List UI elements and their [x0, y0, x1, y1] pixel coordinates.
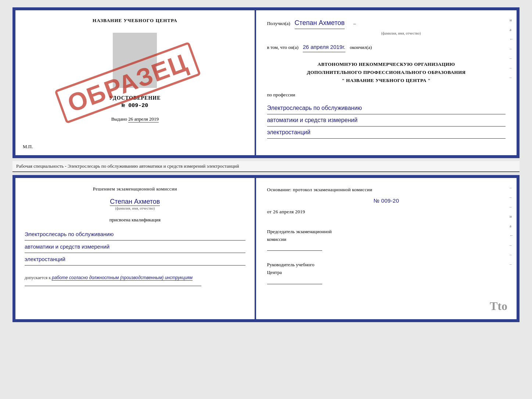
profession-line2: автоматики и средств измерений	[267, 114, 506, 127]
bottom-diploma-spread: Решением экзаменационной комиссии Степан…	[12, 175, 520, 322]
ot-label: от	[267, 207, 272, 216]
ot-date-block: от 26 апреля 2019	[267, 207, 506, 216]
vydano-label: Выдано	[111, 116, 127, 122]
ot-date: 26 апреля 2019	[273, 207, 305, 216]
fio-label-top: (фамилия, имя, отчество)	[296, 31, 506, 35]
org-block: АВТОНОМНУЮ НЕКОММЕРЧЕСКУЮ ОРГАНИЗАЦИЮ ДО…	[267, 60, 506, 85]
poluchil-label: Получил(а)	[267, 20, 290, 28]
dash-after-name: –	[353, 20, 356, 28]
vtomchto-row: в том, что он(а) 26 апреля 2019г. окончи…	[267, 43, 506, 52]
profession-line3: электростанций	[267, 127, 506, 139]
predsedatel-block: Председатель экзаменационной комиссии	[267, 228, 506, 251]
rukovoditel-line1: Руководитель учебного	[267, 261, 506, 269]
mp-row: М.П.	[23, 144, 33, 150]
diploma-right-panel: Получил(а) Степан Ахметов – (фамилия, им…	[256, 10, 517, 155]
photo-placeholder	[113, 33, 157, 88]
profession-line1: Электрослесарь по обслуживанию	[267, 102, 506, 114]
certificate-title: УДОСТОВЕРЕНИЕ	[109, 95, 161, 101]
rukovoditel-line2: Центра	[267, 269, 506, 277]
rukovoditel-sig-line	[267, 284, 322, 284]
bottom-left-panel: Решением экзаменационной комиссии Степан…	[15, 178, 256, 319]
left-title: НАЗВАНИЕ УЧЕБНОГО ЦЕНТРА	[93, 18, 177, 24]
org-line3: " НАЗВАНИЕ УЧЕБНОГО ЦЕНТРА "	[267, 76, 506, 85]
bottom-recipient-name: Степан Ахметов	[110, 198, 160, 206]
recipient-name-top: Степан Ахметов	[295, 18, 345, 29]
qual-line1: Электрослесарь по обслуживанию	[25, 228, 245, 241]
poluchil-row: Получил(а) Степан Ахметов –	[267, 18, 506, 29]
resheniem-title: Решением экзаменационной комиссии	[25, 185, 245, 193]
right-deco-bottom: – – – и а ← – – –	[510, 185, 514, 266]
specialty-text: Рабочая специальность - Электрослесарь п…	[12, 161, 520, 172]
bottom-right-panel: Основание: протокол экзаменационной коми…	[256, 178, 517, 319]
osnovanie-block: Основание: протокол экзаменационной коми…	[267, 185, 506, 220]
prisvoena-label: присвоена квалификация	[25, 217, 245, 223]
vtomchto-date: 26 апреля 2019г.	[303, 43, 345, 52]
rukovoditel-block: Руководитель учебного Центра	[267, 261, 506, 284]
org-line1: АВТОНОМНУЮ НЕКОММЕРЧЕСКУЮ ОРГАНИЗАЦИЮ	[267, 60, 506, 68]
dopuskaetsya-block: допускается к работе согласно должностны…	[25, 275, 245, 281]
certificate-block: УДОСТОВЕРЕНИЕ № 009-20	[109, 95, 161, 109]
org-line2: ДОПОЛНИТЕЛЬНОГО ПРОФЕССИОНАЛЬНОГО ОБРАЗО…	[267, 68, 506, 76]
osnovanie-label: Основание: протокол экзаменационной коми…	[267, 187, 373, 192]
bottom-name-block: Степан Ахметов (фамилия, имя, отчество)	[25, 198, 245, 210]
fio-label-bottom: (фамилия, имя, отчество)	[25, 206, 245, 210]
top-diploma-spread: НАЗВАНИЕ УЧЕБНОГО ЦЕНТРА УДОСТОВЕРЕНИЕ №…	[12, 7, 520, 158]
tto-watermark: Tto	[490, 299, 507, 313]
document-container: НАЗВАНИЕ УЧЕБНОГО ЦЕНТРА УДОСТОВЕРЕНИЕ №…	[12, 7, 520, 322]
qualification-block: Электрослесарь по обслуживанию автоматик…	[25, 228, 245, 266]
certificate-number: № 009-20	[109, 103, 161, 109]
dopuskaetsya-label: допускается к	[25, 275, 51, 280]
vtomchto-label: в том, что он(а)	[267, 44, 299, 51]
predsedatel-line1: Председатель экзаменационной	[267, 228, 506, 236]
predsedatel-line2: комиссии	[267, 236, 506, 243]
right-deco-top: и а ← – – – –	[510, 18, 514, 79]
qual-line3: электростанций	[25, 253, 245, 266]
dopusk-sig-line	[25, 286, 201, 286]
protocol-number: № 009-20	[267, 196, 506, 206]
okonchil-label: окончил(а)	[350, 44, 372, 51]
po-professii-label: по профессии	[267, 92, 506, 98]
qual-line2: автоматики и средств измерений	[25, 241, 245, 253]
vydano-row: Выдано 26 апреля 2019	[111, 116, 159, 122]
profession-block: Электрослесарь по обслуживанию автоматик…	[267, 102, 506, 139]
dopusk-italic: работе согласно должностным (производств…	[52, 275, 193, 281]
predsedatel-sig-line	[267, 250, 322, 251]
diploma-left-panel: НАЗВАНИЕ УЧЕБНОГО ЦЕНТРА УДОСТОВЕРЕНИЕ №…	[15, 10, 256, 155]
vydano-date: 26 апреля 2019	[128, 116, 159, 122]
